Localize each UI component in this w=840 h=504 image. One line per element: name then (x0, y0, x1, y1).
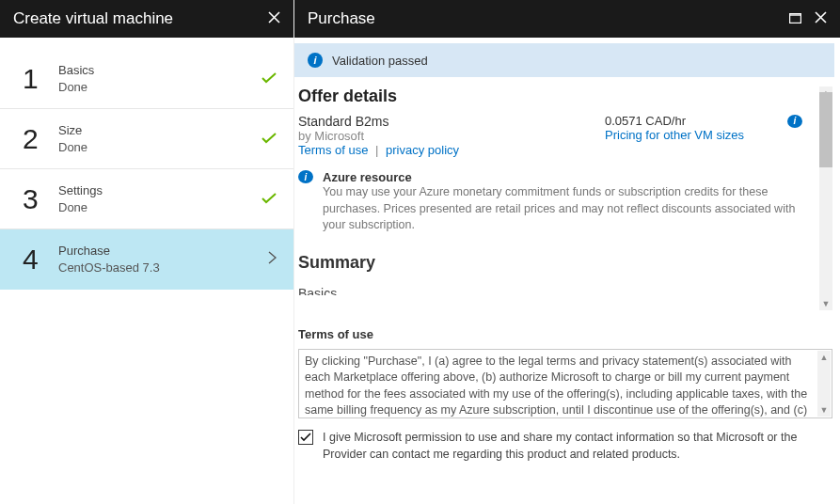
consent-checkbox[interactable] (298, 430, 313, 445)
scroll-down-icon[interactable]: ▼ (817, 403, 831, 417)
step-title: Settings (58, 182, 262, 199)
terms-of-use-link[interactable]: Terms of use (298, 143, 368, 157)
offer-price: 0.0571 CAD/hr (605, 114, 780, 128)
summary-heading: Summary (298, 253, 802, 273)
check-icon (262, 71, 277, 87)
pricing-link[interactable]: Pricing for other VM sizes (605, 128, 802, 142)
wizard-step-settings[interactable]: 3 Settings Done (0, 169, 293, 229)
validation-banner: i Validation passed (294, 43, 834, 77)
offer-heading: Offer details (298, 87, 802, 106)
wizard-panel: Create virtual machine 1 Basics Done 2 S… (0, 0, 294, 504)
scroll-up-icon[interactable]: ▲ (817, 351, 831, 364)
step-number: 1 (23, 63, 58, 95)
step-title: Purchase (58, 243, 268, 260)
terms-textbox[interactable]: By clicking "Purchase", I (a) agree to t… (298, 349, 832, 418)
separator: | (375, 143, 378, 157)
step-title: Basics (58, 62, 262, 79)
maximize-icon[interactable] (789, 11, 801, 26)
azure-resource-note: i Azure resource You may use your Azure … (298, 170, 802, 234)
consent-row: I give Microsoft permission to use and s… (298, 430, 832, 463)
scrollbar[interactable]: ▲ ▼ (817, 351, 831, 417)
summary-cut-label: Basics (298, 286, 802, 295)
info-icon: i (298, 170, 313, 183)
step-number: 2 (23, 123, 58, 155)
offer-scroll-region: Offer details Standard B2ms by Microsoft… (294, 87, 834, 310)
wizard-header: Create virtual machine (0, 0, 293, 38)
step-title: Size (58, 122, 262, 139)
terms-body: By clicking "Purchase", I (a) agree to t… (305, 354, 807, 417)
close-icon[interactable] (268, 11, 280, 26)
scroll-down-icon[interactable]: ▼ (819, 297, 832, 310)
wizard-step-basics[interactable]: 1 Basics Done (0, 49, 293, 109)
terms-heading: Terms of use (298, 327, 832, 341)
purchase-panel: Purchase i Validation passed Offer detai… (294, 0, 840, 504)
azure-note-body: You may use your Azure monetary commitme… (323, 184, 802, 234)
step-subtitle: Done (58, 79, 262, 96)
scrollbar[interactable]: ▲ ▼ (819, 87, 832, 310)
info-icon: i (308, 53, 323, 68)
check-icon (262, 191, 277, 208)
wizard-title: Create virtual machine (13, 9, 173, 28)
wizard-steps: 1 Basics Done 2 Size Done 3 Settings Do (0, 49, 293, 290)
consent-text: I give Microsoft permission to use and s… (323, 430, 832, 463)
step-subtitle: CentOS-based 7.3 (58, 260, 268, 276)
azure-note-title: Azure resource (323, 170, 802, 184)
info-icon[interactable]: i (787, 115, 802, 128)
close-icon[interactable] (815, 11, 827, 26)
wizard-step-purchase[interactable]: 4 Purchase CentOS-based 7.3 (0, 229, 293, 290)
check-icon (262, 131, 277, 148)
step-subtitle: Done (58, 139, 262, 156)
purchase-header: Purchase (294, 0, 840, 38)
scrollbar-thumb[interactable] (819, 92, 832, 167)
privacy-policy-link[interactable]: privacy policy (386, 143, 459, 157)
validation-text: Validation passed (332, 54, 428, 68)
step-number: 3 (23, 183, 58, 215)
step-subtitle: Done (58, 199, 262, 216)
offer-publisher: by Microsoft (298, 129, 567, 143)
purchase-title: Purchase (308, 9, 375, 28)
wizard-step-size[interactable]: 2 Size Done (0, 109, 293, 169)
step-number: 4 (23, 244, 58, 276)
offer-sku: Standard B2ms (298, 114, 567, 129)
chevron-right-icon (268, 249, 277, 269)
